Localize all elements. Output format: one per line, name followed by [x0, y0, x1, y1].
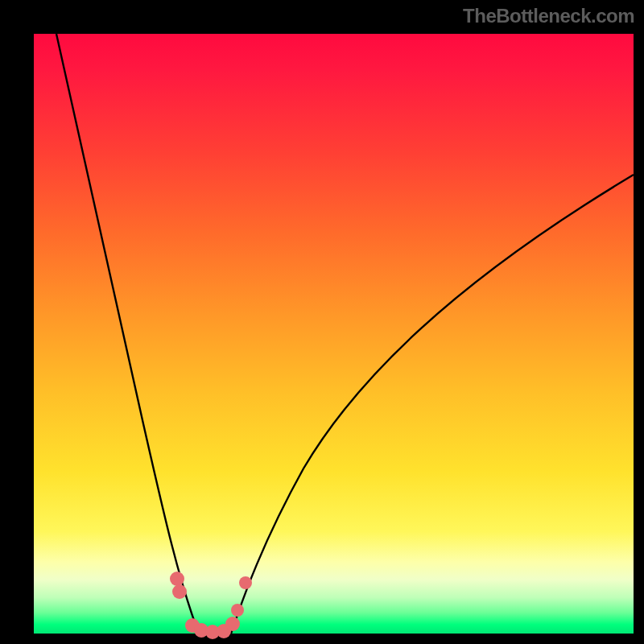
marker-cluster: [170, 572, 252, 639]
chart-frame: TheBottleneck.com: [0, 0, 644, 644]
plot-area: [34, 34, 634, 634]
svg-point-7: [231, 604, 244, 617]
left-curve: [56, 34, 199, 634]
svg-point-1: [172, 584, 187, 599]
svg-point-8: [239, 576, 252, 589]
right-curve: [231, 175, 634, 634]
svg-point-6: [225, 617, 240, 631]
watermark-text: TheBottleneck.com: [463, 5, 634, 27]
svg-point-0: [170, 572, 184, 586]
chart-svg: [34, 34, 634, 634]
